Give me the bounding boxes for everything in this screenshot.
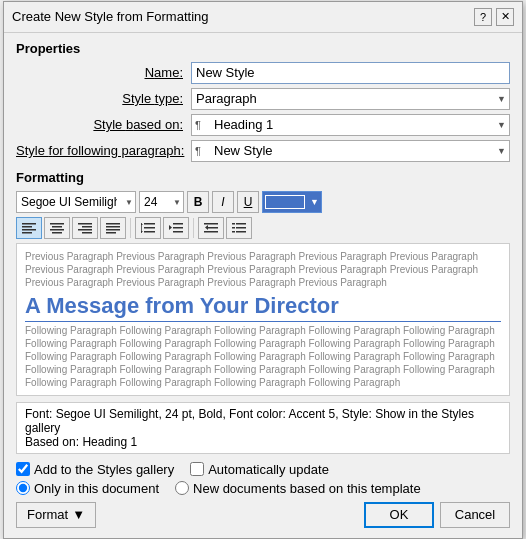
auto-update-checkbox[interactable] (190, 462, 204, 476)
list-indent-icon (232, 222, 246, 234)
formatting-section-label: Formatting (16, 170, 510, 185)
svg-rect-10 (78, 229, 92, 231)
format-button-label: Format (27, 507, 68, 522)
underline-button[interactable]: U (237, 191, 259, 213)
line-spacing-button[interactable] (135, 217, 161, 239)
style-based-select-wrap: ¶ Heading 1 (191, 114, 510, 136)
dialog-title: Create New Style from Formatting (12, 9, 209, 24)
properties-section-label: Properties (16, 41, 510, 56)
increase-indent-icon (169, 222, 183, 234)
font-select[interactable]: Segoe UI Semiligh (16, 191, 136, 213)
title-bar-controls: ? ✕ (474, 8, 514, 26)
align-left-button[interactable] (16, 217, 42, 239)
italic-button[interactable]: I (212, 191, 234, 213)
svg-rect-33 (236, 231, 246, 233)
style-following-label: Style for following paragraph: (16, 143, 191, 158)
help-button[interactable]: ? (474, 8, 492, 26)
font-color-button[interactable]: ▼ (262, 191, 322, 213)
style-type-row: Style type: Paragraph (16, 88, 510, 110)
size-select[interactable]: 24 (139, 191, 184, 213)
increase-indent-button[interactable] (163, 217, 189, 239)
svg-rect-5 (52, 226, 62, 228)
style-type-control: Paragraph (191, 88, 510, 110)
name-label-text: Name: (145, 65, 183, 80)
svg-rect-27 (204, 223, 218, 225)
format-button[interactable]: Format ▼ (16, 502, 96, 528)
svg-rect-2 (22, 229, 36, 231)
svg-rect-31 (236, 223, 246, 225)
name-row: Name: (16, 62, 510, 84)
radio-row: Only in this document New documents base… (16, 481, 510, 496)
style-type-label-text: Style type: (122, 91, 183, 106)
svg-marker-30 (205, 225, 208, 230)
bold-button[interactable]: B (187, 191, 209, 213)
formatting-section: Formatting Segoe UI Semiligh 24 B I U (16, 170, 510, 454)
decrease-indent-button[interactable] (198, 217, 224, 239)
justify-button[interactable] (100, 217, 126, 239)
svg-rect-15 (106, 232, 116, 234)
svg-rect-9 (82, 226, 92, 228)
add-gallery-checkbox-label[interactable]: Add to the Styles gallery (16, 462, 174, 477)
dialog-body: Properties Name: Style type: Paragraph (4, 33, 522, 538)
cancel-button[interactable]: Cancel (440, 502, 510, 528)
color-swatch (265, 195, 305, 209)
ok-button[interactable]: OK (364, 502, 434, 528)
style-type-label: Style type: (16, 91, 191, 106)
options-section: Add to the Styles gallery Automatically … (16, 462, 510, 496)
auto-update-label: Automatically update (208, 462, 329, 477)
new-docs-radio-label[interactable]: New documents based on this template (175, 481, 421, 496)
new-docs-radio[interactable] (175, 481, 189, 495)
description-text: Font: Segoe UI Semilight, 24 pt, Bold, F… (25, 407, 474, 449)
style-based-row: Style based on: ¶ Heading 1 (16, 114, 510, 136)
title-bar: Create New Style from Formatting ? ✕ (4, 2, 522, 33)
preview-following-text: Following Paragraph Following Paragraph … (25, 324, 501, 389)
svg-rect-4 (50, 223, 64, 225)
style-following-select[interactable]: New Style (191, 140, 510, 162)
style-based-label: Style based on: (16, 117, 191, 132)
bottom-row: Format ▼ OK Cancel (16, 502, 510, 528)
name-input[interactable] (191, 62, 510, 84)
svg-rect-12 (106, 223, 120, 225)
svg-rect-0 (22, 223, 36, 225)
add-gallery-checkbox[interactable] (16, 462, 30, 476)
svg-rect-32 (236, 227, 246, 229)
align-right-button[interactable] (72, 217, 98, 239)
only-doc-label: Only in this document (34, 481, 159, 496)
formatting-toolbar: Segoe UI Semiligh 24 B I U ▼ (16, 191, 510, 213)
auto-update-checkbox-label[interactable]: Automatically update (190, 462, 329, 477)
font-select-wrap: Segoe UI Semiligh (16, 191, 136, 213)
svg-rect-13 (106, 226, 120, 228)
style-based-select[interactable]: Heading 1 (191, 114, 510, 136)
size-select-wrap: 24 (139, 191, 184, 213)
svg-marker-22 (141, 231, 143, 233)
name-control (191, 62, 510, 84)
close-button[interactable]: ✕ (496, 8, 514, 26)
only-doc-radio-label[interactable]: Only in this document (16, 481, 159, 496)
svg-rect-34 (232, 223, 235, 225)
style-following-control: ¶ New Style (191, 140, 510, 162)
line-spacing-icon (141, 222, 155, 234)
only-doc-radio[interactable] (16, 481, 30, 495)
style-based-control: ¶ Heading 1 (191, 114, 510, 136)
description-area: Font: Segoe UI Semilight, 24 pt, Bold, F… (16, 402, 510, 454)
svg-rect-29 (204, 231, 218, 233)
svg-rect-16 (144, 223, 155, 225)
list-indent-button[interactable] (226, 217, 252, 239)
svg-rect-17 (144, 227, 155, 229)
ok-cancel-buttons: OK Cancel (364, 502, 510, 528)
svg-marker-26 (169, 225, 172, 230)
svg-rect-8 (78, 223, 92, 225)
decrease-indent-icon (204, 222, 218, 234)
checkbox-row: Add to the Styles gallery Automatically … (16, 462, 510, 477)
color-dropdown-arrow: ▼ (310, 197, 319, 207)
svg-marker-21 (141, 223, 143, 225)
justify-icon (106, 222, 120, 234)
preview-previous-text: Previous Paragraph Previous Paragraph Pr… (25, 250, 501, 289)
align-center-button[interactable] (44, 217, 70, 239)
style-following-select-wrap: ¶ New Style (191, 140, 510, 162)
toolbar-separator-2 (193, 218, 194, 238)
style-following-row: Style for following paragraph: ¶ New Sty… (16, 140, 510, 162)
svg-rect-18 (144, 231, 155, 233)
svg-rect-11 (82, 232, 92, 234)
style-type-select[interactable]: Paragraph (191, 88, 510, 110)
